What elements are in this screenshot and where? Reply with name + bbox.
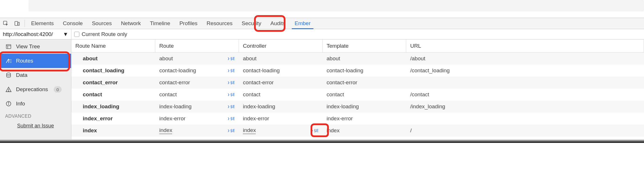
app-url-dropdown[interactable]: http://localhost:4200/ ▼ — [0, 29, 71, 39]
svg-rect-3 — [6, 45, 11, 49]
sidebar-item-label: Deprecations — [16, 86, 48, 93]
cell-route: contact-loading❯$E — [155, 67, 239, 74]
devtools-tab-ember[interactable]: Ember — [290, 18, 315, 29]
col-url[interactable]: URL — [406, 39, 644, 52]
cell-controller: about — [239, 55, 323, 62]
send-route-to-console[interactable]: ❯$E — [228, 128, 235, 133]
cell-template: contact-error — [323, 79, 406, 86]
cell-route: contact-error❯$E — [155, 79, 239, 86]
col-template[interactable]: Template — [323, 39, 406, 52]
cell-controller: contact-loading — [239, 67, 323, 74]
app-url-value: http://localhost:4200/ — [3, 31, 53, 37]
cell-route-name: index_error — [71, 115, 155, 122]
cell-controller: index-error — [239, 115, 323, 122]
cell-template: about — [323, 55, 406, 62]
routes-icon — [5, 58, 12, 64]
cell-url: /contact_loading — [406, 67, 644, 74]
devtools-tab-resources[interactable]: Resources — [202, 18, 237, 29]
sidebar-item-routes[interactable]: Routes — [0, 54, 71, 68]
col-route-name[interactable]: Route Name — [71, 39, 155, 52]
data-icon — [5, 72, 12, 78]
devtools-tab-console[interactable]: Console — [58, 18, 87, 29]
routes-table: Route Name Route Controller Template URL… — [71, 39, 644, 139]
sidebar-item-view-tree[interactable]: View Tree — [0, 39, 71, 54]
sidebar-item-data[interactable]: Data — [0, 68, 71, 82]
cell-template: index — [323, 127, 406, 134]
cell-template: contact — [323, 91, 406, 98]
cell-route: about❯$E — [155, 55, 239, 62]
cell-url: /contact — [406, 91, 644, 98]
cell-url: / — [406, 127, 644, 134]
devtools-tab-audits[interactable]: Audits — [266, 18, 290, 29]
deprecations-icon — [5, 87, 12, 92]
cell-route: index-error❯$E — [155, 115, 239, 122]
current-route-only-label: Current Route only — [82, 31, 127, 37]
cell-url: /index_loading — [406, 103, 644, 110]
route-row[interactable]: index_loadingindex-loading❯$Eindex-loadi… — [71, 101, 644, 113]
routes-table-body: aboutabout❯$Eaboutabout/aboutcontact_loa… — [71, 53, 644, 139]
cell-template: index-error — [323, 115, 406, 122]
sidebar-item-info[interactable]: Info — [0, 97, 71, 111]
devtools-tab-timeline[interactable]: Timeline — [145, 18, 175, 29]
cell-route-name: index_loading — [71, 103, 155, 110]
cell-controller: index❯$E — [239, 127, 323, 134]
route-row[interactable]: indexindex❯$Eindex❯$Eindex/ — [71, 125, 644, 137]
ember-sidebar: View TreeRoutesDataDeprecations0Info ADV… — [0, 39, 71, 139]
routes-table-head: Route Name Route Controller Template URL — [71, 39, 644, 53]
send-route-to-console[interactable]: ❯$E — [228, 116, 235, 121]
cell-route: index❯$E — [155, 127, 239, 134]
svg-point-10 — [8, 102, 9, 103]
cell-route: contact❯$E — [155, 91, 239, 98]
send-route-to-console[interactable]: ❯$E — [228, 92, 235, 97]
devtools-tabstrip: ElementsConsoleSourcesNetworkTimelinePro… — [0, 18, 644, 29]
devtools-tab-security[interactable]: Security — [237, 18, 266, 29]
route-row[interactable]: contactcontact❯$Econtactcontact/contact — [71, 89, 644, 101]
send-route-to-console[interactable]: ❯$E — [228, 104, 235, 109]
sidebar-section-advanced: ADVANCED — [0, 111, 71, 122]
route-row[interactable]: contact_errorcontact-error❯$Econtact-err… — [71, 77, 644, 89]
col-controller[interactable]: Controller — [239, 39, 323, 52]
checkbox-box — [74, 32, 79, 37]
ember-filter-bar: http://localhost:4200/ ▼ Current Route o… — [0, 29, 644, 39]
sidebar-item-label: View Tree — [16, 43, 40, 50]
view-tree-icon — [5, 44, 12, 49]
deprecations-count-badge: 0 — [54, 86, 62, 93]
cell-route: index-loading❯$E — [155, 103, 239, 110]
inspect-element-icon[interactable] — [0, 18, 11, 29]
devtools-tab-network[interactable]: Network — [116, 18, 146, 29]
cell-controller: index-loading — [239, 103, 323, 110]
svg-point-6 — [7, 73, 11, 75]
col-route[interactable]: Route — [155, 39, 239, 52]
cell-template: index-loading — [323, 103, 406, 110]
route-row[interactable]: contact_loadingcontact-loading❯$Econtact… — [71, 65, 644, 77]
svg-point-8 — [8, 91, 9, 91]
cell-route-name: about — [71, 55, 155, 62]
cell-route-name: contact_error — [71, 79, 155, 86]
info-icon — [5, 101, 12, 107]
device-toolbar-icon[interactable] — [11, 18, 23, 29]
devtools-tab-elements[interactable]: Elements — [27, 18, 58, 29]
cell-url: /about — [406, 55, 644, 62]
cell-template: contact-loading — [323, 67, 406, 74]
devtools-tab-profiles[interactable]: Profiles — [175, 18, 202, 29]
route-row[interactable]: aboutabout❯$Eaboutabout/about — [71, 53, 644, 65]
cell-route-name: contact — [71, 91, 155, 98]
devtools-tab-sources[interactable]: Sources — [87, 18, 116, 29]
sidebar-item-label: Info — [16, 101, 25, 107]
sidebar-item-label: Routes — [16, 58, 33, 64]
submit-issue-link[interactable]: Submit an Issue — [0, 122, 71, 131]
cell-route-name: contact_loading — [71, 67, 155, 74]
cell-controller: contact — [239, 91, 323, 98]
route-row[interactable]: index_errorindex-error❯$Eindex-errorinde… — [71, 113, 644, 125]
sidebar-item-deprecations[interactable]: Deprecations0 — [0, 82, 71, 97]
current-route-only-checkbox[interactable]: Current Route only — [71, 31, 127, 37]
cell-route-name: index — [71, 127, 155, 134]
svg-rect-2 — [18, 22, 19, 25]
send-route-to-console[interactable]: ❯$E — [228, 56, 235, 61]
send-route-to-console[interactable]: ❯$E — [228, 80, 235, 85]
send-route-to-console[interactable]: ❯$E — [228, 68, 235, 73]
svg-rect-1 — [15, 21, 18, 25]
browser-top-area — [0, 0, 644, 18]
send-controller-to-console[interactable]: ❯$E — [311, 128, 319, 133]
cell-controller: contact-error — [239, 79, 323, 86]
